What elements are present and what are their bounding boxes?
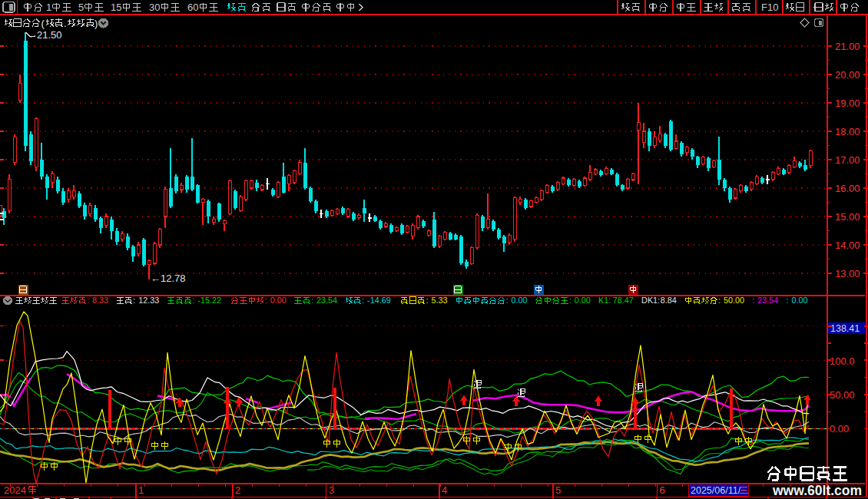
svg-text:19.00: 19.00	[835, 97, 860, 109]
svg-text:(: (	[41, 18, 45, 29]
svg-text:.: .	[64, 18, 67, 29]
svg-text::: :	[362, 296, 364, 305]
svg-text:18.00: 18.00	[835, 126, 860, 137]
svg-text:2: 2	[235, 484, 240, 496]
svg-text:0.00: 0.00	[791, 296, 807, 305]
svg-text:50.00: 50.00	[724, 296, 744, 305]
svg-text:0.00: 0.00	[830, 423, 849, 435]
svg-text:5: 5	[555, 484, 561, 496]
svg-text:5.33: 5.33	[431, 296, 447, 305]
svg-text:1: 1	[46, 2, 51, 13]
svg-text:78.47: 78.47	[613, 296, 634, 305]
svg-text:6: 6	[660, 484, 665, 496]
svg-text:60: 60	[187, 2, 198, 13]
svg-text:2024: 2024	[4, 484, 26, 496]
svg-text:30: 30	[149, 2, 160, 13]
svg-text:8.33: 8.33	[92, 296, 108, 305]
svg-text:23.54: 23.54	[757, 296, 778, 305]
svg-text:13.00: 13.00	[835, 268, 860, 279]
svg-text::: :	[87, 296, 89, 305]
svg-text:DK1:: DK1:	[641, 296, 660, 305]
svg-text:4: 4	[442, 484, 447, 496]
svg-text:50.00: 50.00	[830, 389, 855, 401]
svg-text:3: 3	[329, 484, 334, 496]
svg-text::: :	[569, 296, 571, 305]
svg-text:-14.69: -14.69	[367, 296, 391, 305]
svg-text:100.0: 100.0	[830, 355, 855, 367]
svg-text:←12.78: ←12.78	[151, 273, 186, 284]
svg-text:-15.22: -15.22	[198, 296, 222, 305]
svg-text:K1:: K1:	[598, 296, 611, 305]
svg-text:20.00: 20.00	[835, 69, 860, 81]
svg-text:138.41: 138.41	[830, 323, 860, 334]
svg-text:0.00: 0.00	[512, 296, 528, 305]
svg-text:1: 1	[138, 484, 144, 496]
svg-text::: :	[506, 296, 509, 305]
svg-text::: :	[265, 296, 267, 305]
svg-text:F10: F10	[761, 2, 778, 13]
svg-text:21.00: 21.00	[835, 41, 860, 52]
svg-text:): )	[94, 18, 98, 29]
svg-text:14.00: 14.00	[835, 240, 860, 251]
svg-text::: :	[787, 296, 789, 305]
svg-text:0.00: 0.00	[575, 296, 591, 305]
svg-text:15.00: 15.00	[835, 211, 860, 223]
svg-text:17.00: 17.00	[835, 154, 860, 166]
svg-text:5: 5	[78, 2, 84, 13]
svg-text::: :	[718, 296, 721, 305]
svg-text:8.84: 8.84	[661, 296, 677, 305]
svg-text:21.50: 21.50	[37, 29, 62, 41]
svg-text::: :	[752, 296, 754, 305]
svg-text::: :	[311, 296, 313, 305]
svg-text:2025/06/11/: 2025/06/11/	[691, 485, 741, 496]
svg-text::: :	[193, 296, 195, 305]
svg-text:16.00: 16.00	[835, 183, 860, 194]
svg-text:0.00: 0.00	[270, 296, 287, 305]
svg-text::: :	[426, 296, 429, 305]
svg-text:15: 15	[111, 2, 121, 13]
svg-text:23.54: 23.54	[316, 296, 337, 305]
svg-text:12.33: 12.33	[138, 296, 159, 305]
svg-text:www.60lt.com: www.60lt.com	[772, 483, 862, 498]
svg-text::: :	[133, 296, 135, 305]
